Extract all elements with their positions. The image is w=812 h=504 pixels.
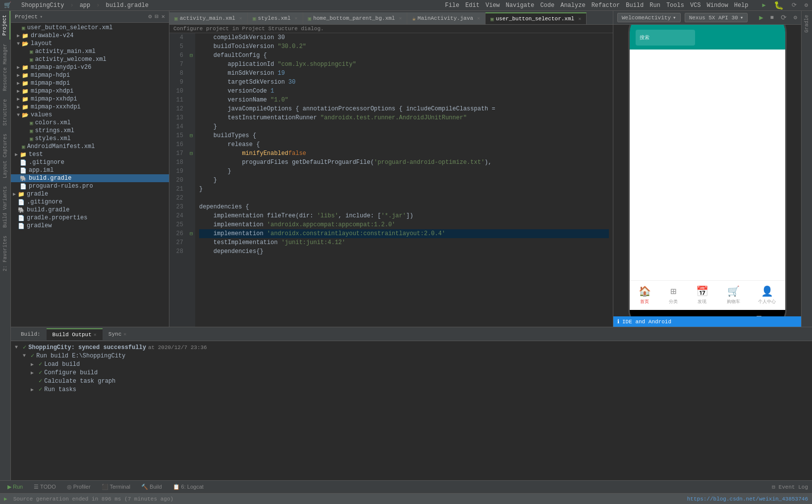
nav-discover[interactable]: 📅 发现 <box>696 285 708 305</box>
todo-btn[interactable]: ☰ TODO <box>30 482 59 492</box>
refresh-device-button[interactable]: ⟳ <box>781 13 787 22</box>
tree-item-strings[interactable]: ▣ strings.xml <box>11 127 169 135</box>
build-btn[interactable]: 🔨 Build <box>138 482 165 492</box>
menu-view[interactable]: View <box>486 2 500 9</box>
tab-close[interactable]: ✕ <box>239 15 242 21</box>
tree-item-gradle-dir[interactable]: ▶ 📁 gradle <box>11 190 169 198</box>
vert-tab-project[interactable]: Project <box>0 11 10 40</box>
settings-device-button[interactable]: ⚙ <box>794 14 797 21</box>
vert-tab-captures[interactable]: Layout Captures <box>0 130 10 182</box>
recents-button[interactable]: □ <box>757 314 761 317</box>
tab-close[interactable]: ✕ <box>399 15 402 21</box>
bottom-tab-build[interactable]: Build: <box>15 328 47 340</box>
nav-categories[interactable]: ⊞ 分类 <box>669 285 678 305</box>
tree-item-mipmap-mdpi[interactable]: ▶ 📁 mipmap-mdpi <box>11 79 169 87</box>
menu-build[interactable]: Build <box>626 2 644 9</box>
tree-item-build-gradle[interactable]: 🐘 build.gradle <box>11 174 169 182</box>
status-link[interactable]: https://blog.csdn.net/weixin_43853746 <box>687 496 808 502</box>
vert-tab-resource[interactable]: Resource Manager <box>0 40 10 95</box>
bottom-tab-sync[interactable]: Sync ✕ <box>103 328 132 340</box>
fold-6[interactable]: ⊟ <box>187 51 195 60</box>
tree-item-mipmap-hdpi[interactable]: ▶ 📁 mipmap-hdpi <box>11 71 169 79</box>
home-button[interactable]: ○ <box>705 314 710 317</box>
nav-cart[interactable]: 🛒 购物车 <box>727 285 740 305</box>
event-log[interactable]: ⊟ Event Log <box>772 484 808 490</box>
phone-search-bar[interactable]: 搜索 <box>636 30 695 46</box>
tree-item-androidmanifest[interactable]: ▣ AndroidManifest.xml <box>11 143 169 151</box>
expand-arrow[interactable]: ▶ <box>31 387 37 393</box>
tab-user-button-selector[interactable]: ▣ user_button_selector.xml ✕ <box>486 12 587 24</box>
tab-close[interactable]: ✕ <box>477 15 480 21</box>
tree-item-mipmap-xxhdpi[interactable]: ▶ 📁 mipmap-xxhdpi <box>11 95 169 103</box>
menu-refactor[interactable]: Refactor <box>592 2 620 9</box>
device-dropdown[interactable]: Nexus 5X API 30 ▾ <box>685 13 748 22</box>
tree-item-values[interactable]: ▼ 📂 values <box>11 111 169 119</box>
panel-action-close[interactable]: ✕ <box>162 13 165 20</box>
tree-item-mipmap-xxxhdpi[interactable]: ▶ 📁 mipmap-xxxhdpi <box>11 103 169 111</box>
menu-vcs[interactable]: VCS <box>690 2 701 9</box>
fold-15[interactable]: ⊟ <box>187 131 195 140</box>
tree-item-activity-main[interactable]: ▣ activity_main.xml <box>11 48 169 55</box>
panel-dropdown-arrow[interactable]: ▾ <box>40 14 43 20</box>
stop-device-button[interactable]: ■ <box>770 14 774 21</box>
settings-button[interactable]: ⚙ <box>805 1 808 9</box>
nav-profile[interactable]: 👤 个人中心 <box>758 285 776 305</box>
back-button[interactable]: ◁ <box>653 314 658 317</box>
tree-item-layout[interactable]: ▼ 📂 layout <box>11 40 169 48</box>
bottom-tab-build-output[interactable]: Build Output ✕ <box>47 328 103 340</box>
expand-arrow[interactable]: ▶ <box>31 370 37 376</box>
tree-item-colors[interactable]: ▣ colors.xml <box>11 119 169 127</box>
run-btn[interactable]: ▶ Run <box>4 482 26 492</box>
tree-item-drawable-v24[interactable]: ▶ 📁 drawable-v24 <box>11 32 169 40</box>
tree-item-proguard[interactable]: 📄 proguard-rules.pro <box>11 182 169 190</box>
tree-item-gradle-properties[interactable]: 📄 gradle.properties <box>11 214 169 222</box>
sync-button[interactable]: ⟳ <box>792 1 797 9</box>
panel-action-layout[interactable]: ⊟ <box>155 13 159 20</box>
tree-item-user-button-selector[interactable]: ▣ user_button_selector.xml <box>11 24 169 32</box>
tree-item-gradlew[interactable]: 📄 gradlew <box>11 222 169 230</box>
tree-item-gitignore[interactable]: 📄 .gitignore <box>11 158 169 166</box>
menu-run[interactable]: Run <box>650 2 660 9</box>
tree-item-mipmap-xhdpi[interactable]: ▶ 📁 mipmap-xhdpi <box>11 87 169 95</box>
tree-item-app-iml[interactable]: 📄 app.iml <box>11 166 169 174</box>
terminal-btn[interactable]: ⬛ Terminal <box>98 482 134 492</box>
code-area[interactable]: compileSdkVersion 30 buildToolsVersion "… <box>195 33 613 327</box>
menu-analyze[interactable]: Analyze <box>560 2 585 9</box>
tree-item-styles[interactable]: ▣ styles.xml <box>11 135 169 143</box>
menu-build-gradle[interactable]: build.gradle <box>106 2 148 9</box>
tab-styles[interactable]: ▣ styles.xml ✕ <box>248 12 303 24</box>
vert-tab-structure[interactable]: Structure <box>0 95 10 130</box>
expand-arrow[interactable]: ▼ <box>15 345 21 350</box>
tree-item-activity-welcome[interactable]: ▣ activity_welcome.xml <box>11 55 169 63</box>
menu-file[interactable]: File <box>445 2 459 9</box>
tab-close[interactable]: ✕ <box>578 16 581 22</box>
vert-tab-favorites[interactable]: 2: Favorites <box>0 232 10 275</box>
tab-activity-main[interactable]: ▣ activity_main.xml ✕ <box>169 12 248 24</box>
ide-android-button[interactable]: ℹ IDE and Android <box>613 316 801 327</box>
tab-close[interactable]: ✕ <box>94 332 97 338</box>
profiler-btn[interactable]: ◎ Profiler <box>63 482 94 492</box>
menu-edit[interactable]: Edit <box>465 2 480 9</box>
menu-window[interactable]: Window <box>707 2 728 9</box>
nav-home[interactable]: 🏠 首页 <box>639 285 651 305</box>
tree-item-mipmap-anydpi[interactable]: ▶ 📁 mipmap-anydpi-v26 <box>11 63 169 71</box>
tree-item-build-gradle-root[interactable]: 🐘 build.gradle <box>11 206 169 214</box>
tree-item-test[interactable]: ▶ 📁 test <box>11 151 169 158</box>
menu-help[interactable]: Help <box>734 2 749 9</box>
tree-item-gitignore-root[interactable]: 📄 .gitignore <box>11 198 169 206</box>
tab-close[interactable]: ✕ <box>123 331 126 337</box>
run-device-button[interactable]: ▶ <box>759 13 763 22</box>
fold-23[interactable]: ⊟ <box>187 229 195 238</box>
tab-mainactivity[interactable]: ☕ MainActivity.java ✕ <box>407 12 486 24</box>
expand-arrow[interactable]: ▶ <box>31 361 37 367</box>
expand-arrow[interactable]: ▼ <box>23 353 29 358</box>
debug-button[interactable]: 🐛 <box>774 0 784 10</box>
run-button[interactable]: ▶ <box>762 1 766 9</box>
vert-tab-build-variants[interactable]: Build Variants <box>0 182 10 232</box>
menu-app[interactable]: app <box>80 2 91 9</box>
menu-navigate[interactable]: Navigate <box>506 2 535 9</box>
vert-tab-gradle[interactable]: Gradle <box>802 11 812 37</box>
tab-home-bottom[interactable]: ▣ home_bottom_parent_bg.xml ✕ <box>303 12 408 24</box>
menu-code[interactable]: Code <box>540 2 554 9</box>
fold-16[interactable]: ⊟ <box>187 149 195 158</box>
